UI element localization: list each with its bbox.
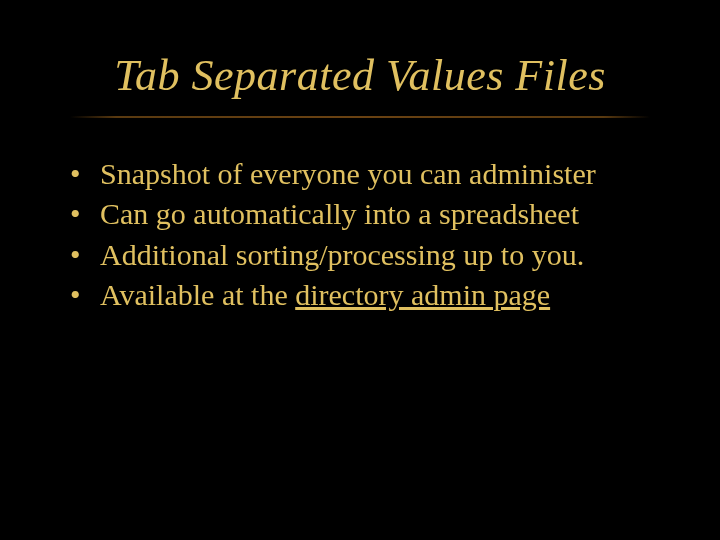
bullet-text: Additional sorting/processing up to you. [100, 236, 670, 274]
list-item: • Additional sorting/processing up to yo… [70, 236, 670, 274]
bullet-icon: • [70, 236, 100, 274]
bullet-icon: • [70, 195, 100, 233]
list-item: • Can go automatically into a spreadshee… [70, 195, 670, 233]
list-item: • Snapshot of everyone you can administe… [70, 155, 670, 193]
bullet-list: • Snapshot of everyone you can administe… [70, 155, 670, 317]
list-item: • Available at the directory admin page [70, 276, 670, 314]
slide-title: Tab Separated Values Files [0, 50, 720, 101]
bullet-text: Snapshot of everyone you can administer [100, 155, 670, 193]
bullet-icon: • [70, 276, 100, 314]
bullet-prefix: Available at the [100, 278, 295, 311]
slide: Tab Separated Values Files • Snapshot of… [0, 0, 720, 540]
directory-admin-link[interactable]: directory admin page [295, 278, 550, 311]
title-underline [70, 116, 650, 118]
bullet-icon: • [70, 155, 100, 193]
bullet-text: Available at the directory admin page [100, 276, 670, 314]
bullet-text: Can go automatically into a spreadsheet [100, 195, 670, 233]
